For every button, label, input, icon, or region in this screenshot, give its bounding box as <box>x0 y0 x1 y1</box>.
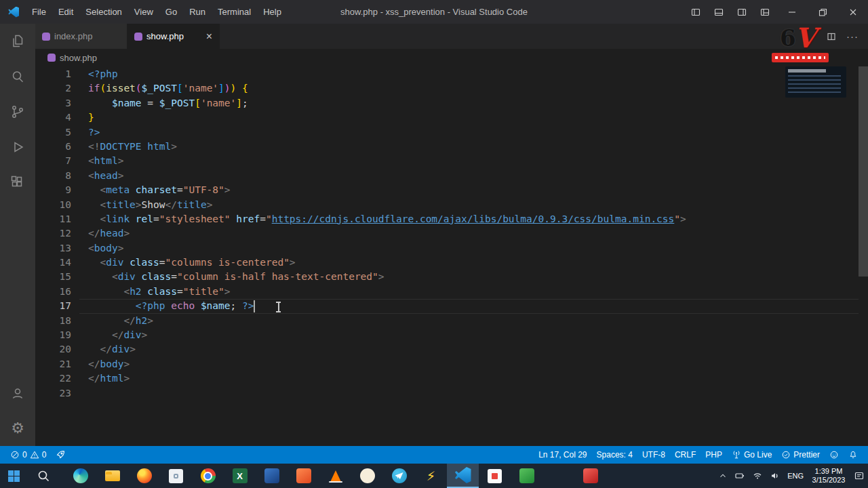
tray-chevron-icon[interactable] <box>715 464 731 488</box>
encoding-indicator[interactable]: UTF-8 <box>637 446 670 464</box>
menu-item-edit[interactable]: Edit <box>52 0 79 24</box>
menu-item-terminal[interactable]: Terminal <box>212 0 257 24</box>
split-editor-icon[interactable] <box>826 31 837 42</box>
problems-indicator[interactable]: 0 0 <box>5 446 51 464</box>
code-line-17[interactable]: 17 <?php echo $name; ?> <box>35 299 868 313</box>
code-line-5[interactable]: 5?> <box>35 125 868 140</box>
taskbar-light-app-button[interactable] <box>160 464 192 488</box>
toggle-secondary-sidebar-icon[interactable] <box>730 0 753 24</box>
minimize-button[interactable] <box>776 0 807 24</box>
breadcrumb[interactable]: show.php <box>35 49 868 66</box>
start-button[interactable] <box>0 464 27 488</box>
menu-item-go[interactable]: Go <box>159 0 183 24</box>
code-line-9[interactable]: 9 <meta charset="UTF-8"> <box>35 183 868 197</box>
taskbar-cream-app-button[interactable] <box>351 464 383 488</box>
taskbar-white-app-button[interactable] <box>479 464 511 488</box>
search-icon[interactable] <box>0 59 35 94</box>
toggle-primary-sidebar-icon[interactable] <box>684 0 707 24</box>
line-number: 1 <box>35 67 79 81</box>
taskbar-edge-button[interactable] <box>64 464 96 488</box>
code-line-10[interactable]: 10 <title>Show</title> <box>35 198 868 212</box>
notifications-bell-icon[interactable] <box>844 446 863 464</box>
prettier-indicator[interactable]: Prettier <box>776 446 825 464</box>
taskbar-chrome-button[interactable] <box>192 464 224 488</box>
taskbar-blue-app-button[interactable] <box>256 464 288 488</box>
close-tab-icon[interactable]: × <box>206 32 212 41</box>
code-line-3[interactable]: 3 $name = $_POST['name']; <box>35 96 868 110</box>
code-line-11[interactable]: 11 <link rel="stylesheet" href="https://… <box>35 212 868 226</box>
customize-layout-icon[interactable] <box>753 0 776 24</box>
editor-scrollbar[interactable] <box>859 66 868 277</box>
taskbar-file-explorer-button[interactable] <box>96 464 128 488</box>
code-line-22[interactable]: 22</html> <box>35 371 868 386</box>
taskbar-firefox-button[interactable] <box>128 464 160 488</box>
launch-button[interactable] <box>51 446 70 464</box>
settings-gear-icon[interactable]: ⚙ <box>0 411 35 446</box>
action-center-icon[interactable] <box>850 464 868 488</box>
orange-app-icon <box>296 468 311 483</box>
indentation-indicator[interactable]: Spaces: 4 <box>592 446 637 464</box>
explorer-icon[interactable] <box>0 24 35 59</box>
breadcrumb-file[interactable]: show.php <box>60 53 97 63</box>
menu-item-file[interactable]: File <box>26 0 52 24</box>
white-app-icon <box>488 469 502 483</box>
code-line-8[interactable]: 8<head> <box>35 169 868 183</box>
feedback-smiley-icon[interactable] <box>825 446 844 464</box>
code-line-19[interactable]: 19 </div> <box>35 328 868 342</box>
taskbar-orange-app-button[interactable] <box>288 464 319 488</box>
code-line-23[interactable]: 23 <box>35 386 868 401</box>
code-line-16[interactable]: 16 <h2 class="title"> <box>35 285 868 299</box>
go-live-button[interactable]: Go Live <box>727 446 776 464</box>
language-indicator[interactable]: ENG <box>784 464 807 488</box>
toggle-panel-icon[interactable] <box>707 0 730 24</box>
line-code: <head> <box>79 169 123 183</box>
menu-bar: FileEditSelectionViewGoRunTerminalHelp <box>26 0 288 24</box>
code-line-4[interactable]: 4} <box>35 110 868 125</box>
run-debug-icon[interactable] <box>0 129 35 165</box>
cursor-position[interactable]: Ln 17, Col 29 <box>534 446 591 464</box>
taskbar-green-app-button[interactable] <box>511 464 542 488</box>
code-line-6[interactable]: 6<!DOCTYPE html> <box>35 140 868 154</box>
code-line-18[interactable]: 18 </h2> <box>35 314 868 328</box>
source-control-icon[interactable] <box>0 94 35 129</box>
taskbar-vscode-button[interactable] <box>447 464 479 488</box>
menu-item-view[interactable]: View <box>128 0 159 24</box>
eol-indicator[interactable]: CRLF <box>670 446 701 464</box>
line-code: <link rel="stylesheet" href="https://cdn… <box>79 212 686 226</box>
excel-icon: X <box>233 468 248 483</box>
battery-icon[interactable] <box>731 464 749 488</box>
volume-icon[interactable] <box>766 464 784 488</box>
edge-icon <box>73 468 88 483</box>
code-line-7[interactable]: 7<html> <box>35 154 868 168</box>
code-line-21[interactable]: 21</body> <box>35 357 868 371</box>
wifi-icon[interactable] <box>749 464 766 488</box>
vscode-logo-icon[interactable] <box>8 7 19 18</box>
code-line-12[interactable]: 12</head> <box>35 226 868 241</box>
line-code: </body> <box>79 357 130 371</box>
restore-button[interactable] <box>807 0 837 24</box>
extensions-icon[interactable] <box>0 165 35 200</box>
code-line-14[interactable]: 14 <div class="columns is-centered"> <box>35 256 868 270</box>
editor[interactable]: 1<?php2if(isset($_POST['name'])) {3 $nam… <box>35 66 868 446</box>
clock[interactable]: 1:39 PM 3/15/2023 <box>807 467 850 485</box>
account-icon[interactable] <box>0 375 35 411</box>
code-line-15[interactable]: 15 <div class="column is-half has-text-c… <box>35 270 868 284</box>
menu-item-help[interactable]: Help <box>257 0 288 24</box>
close-button[interactable] <box>837 0 868 24</box>
taskbar-excel-button[interactable]: X <box>224 464 256 488</box>
tab-index.php[interactable]: index.php <box>35 24 127 49</box>
code-line-20[interactable]: 20 </div> <box>35 342 868 357</box>
code-line-13[interactable]: 13<body> <box>35 241 868 256</box>
tab-show.php[interactable]: show.php× <box>127 24 220 49</box>
taskbar-telegram-button[interactable] <box>383 464 415 488</box>
taskbar-search-button[interactable] <box>27 464 59 488</box>
code-line-2[interactable]: 2if(isset($_POST['name'])) { <box>35 81 868 96</box>
menu-item-selection[interactable]: Selection <box>79 0 127 24</box>
taskbar-vlc-button[interactable] <box>319 464 351 488</box>
language-mode[interactable]: PHP <box>701 446 727 464</box>
taskbar-power-app-button[interactable]: ⚡ <box>415 464 447 488</box>
taskbar-red-app-button[interactable] <box>574 464 606 488</box>
code-line-1[interactable]: 1<?php <box>35 67 868 81</box>
menu-item-run[interactable]: Run <box>183 0 212 24</box>
more-actions-icon[interactable]: ··· <box>846 30 859 42</box>
